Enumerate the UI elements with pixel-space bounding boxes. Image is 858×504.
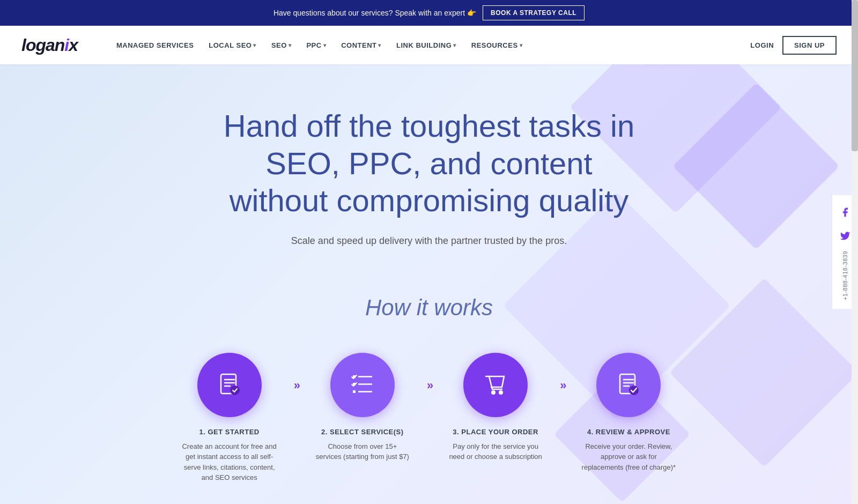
step-4-description: Receive your order. Review, approve or a… bbox=[580, 441, 677, 473]
nav-content[interactable]: CONTENT ▾ bbox=[335, 37, 388, 54]
banner-message: Have questions about our services? Speak… bbox=[273, 9, 476, 17]
arrow-1-2: » bbox=[289, 379, 304, 392]
step-4: 4. REVIEW & APPROVE Receive your order. … bbox=[569, 353, 687, 473]
step-3-icon-bg bbox=[463, 353, 528, 417]
step-2-description: Choose from over 15+ services (starting … bbox=[314, 441, 411, 462]
step-4-icon-bg bbox=[596, 353, 661, 417]
book-strategy-call-button[interactable]: BOOK A STRATEGY CALL bbox=[483, 5, 585, 20]
step-2-icon-bg bbox=[330, 353, 395, 417]
step-1-icon-bg bbox=[197, 353, 262, 417]
hero-section: Hand off the toughest tasks in SEO, PPC,… bbox=[0, 64, 858, 295]
step-3: 3. PLACE YOUR ORDER Pay only for the ser… bbox=[437, 353, 554, 462]
hero-subtitle: Scale and speed up delivery with the par… bbox=[21, 235, 837, 247]
arrow-3-4: » bbox=[554, 379, 569, 392]
navbar: loganix MANAGED SERVICES LOCAL SEO ▾ SEO… bbox=[0, 26, 858, 64]
nav-ppc[interactable]: PPC ▾ bbox=[300, 37, 332, 54]
chevron-down-icon: ▾ bbox=[378, 42, 381, 48]
place-order-icon bbox=[482, 371, 509, 399]
arrow-2-3: » bbox=[421, 379, 437, 392]
svg-rect-9 bbox=[353, 390, 356, 393]
step-3-title: 3. PLACE YOUR ORDER bbox=[453, 428, 538, 436]
signup-button[interactable]: SIGN UP bbox=[782, 36, 837, 55]
nav-links: MANAGED SERVICES LOCAL SEO ▾ SEO ▾ PPC ▾… bbox=[110, 37, 750, 54]
svg-point-4 bbox=[230, 386, 240, 395]
step-3-description: Pay only for the service you need or cho… bbox=[447, 441, 544, 462]
chevron-down-icon: ▾ bbox=[453, 42, 456, 48]
phone-number[interactable]: +1-888-418-3839 bbox=[842, 251, 848, 300]
logo[interactable]: loganix bbox=[21, 35, 78, 55]
step-4-title: 4. REVIEW & APPROVE bbox=[587, 428, 670, 436]
login-button[interactable]: LOGIN bbox=[750, 41, 774, 49]
scrollbar-thumb[interactable] bbox=[852, 0, 858, 151]
how-it-works-section: How it works 1. GET STARTED Create an ac… bbox=[0, 295, 858, 483]
hero-title: Hand off the toughest tasks in SEO, PPC,… bbox=[214, 107, 644, 219]
step-1: 1. GET STARTED Create an account for fre… bbox=[171, 353, 289, 483]
chevron-down-icon: ▾ bbox=[289, 42, 292, 48]
step-2: 2. SELECT SERVICE(S) Choose from over 15… bbox=[304, 353, 421, 462]
nav-managed-services[interactable]: MANAGED SERVICES bbox=[110, 37, 200, 54]
svg-point-17 bbox=[629, 386, 639, 395]
svg-point-11 bbox=[491, 390, 495, 395]
nav-link-building[interactable]: LINK BUILDING ▾ bbox=[390, 37, 463, 54]
nav-seo[interactable]: SEO ▾ bbox=[265, 37, 298, 54]
review-approve-icon bbox=[615, 371, 642, 399]
main-content: Hand off the toughest tasks in SEO, PPC,… bbox=[0, 64, 858, 504]
how-it-works-title: How it works bbox=[21, 295, 837, 321]
scrollbar[interactable] bbox=[852, 0, 858, 504]
step-2-title: 2. SELECT SERVICE(S) bbox=[321, 428, 404, 436]
chevron-down-icon: ▾ bbox=[253, 42, 256, 48]
nav-resources[interactable]: RESOURCES ▾ bbox=[465, 37, 529, 54]
top-banner: Have questions about our services? Speak… bbox=[0, 0, 858, 26]
get-started-icon bbox=[216, 371, 243, 399]
step-1-title: 1. GET STARTED bbox=[199, 428, 260, 436]
nav-actions: LOGIN SIGN UP bbox=[750, 36, 837, 55]
steps-container: 1. GET STARTED Create an account for fre… bbox=[21, 353, 837, 483]
chevron-down-icon: ▾ bbox=[323, 42, 327, 48]
select-services-icon bbox=[349, 371, 376, 399]
step-1-description: Create an account for free and get insta… bbox=[181, 441, 278, 483]
nav-local-seo[interactable]: LOCAL SEO ▾ bbox=[202, 37, 263, 54]
chevron-down-icon: ▾ bbox=[520, 42, 523, 48]
svg-point-12 bbox=[499, 390, 503, 395]
